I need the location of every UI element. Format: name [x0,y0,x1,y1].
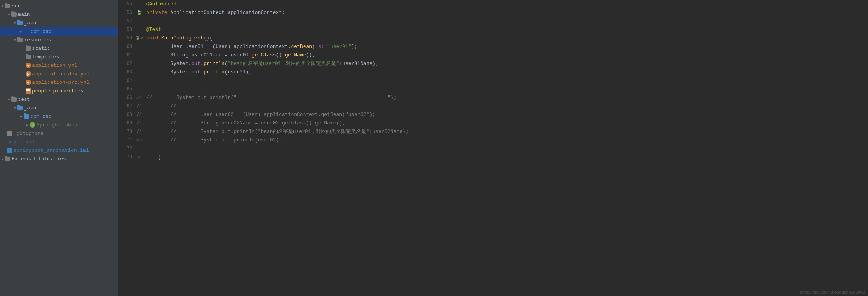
line-content-57 [143,17,868,26]
folder-icon [17,20,23,26]
chevron-right-icon [20,29,23,34]
line-number: 62 [118,60,135,68]
chevron-down-icon [8,97,11,102]
sidebar-item-application-pro-yml[interactable]: y application-pro.yml [0,78,118,87]
chevron-down-icon [14,20,17,26]
gutter-64 [135,77,143,85]
line-content-67: // [143,102,868,111]
sidebar-item-label: .gitignore [14,131,44,136]
gutter-60 [135,43,143,51]
sidebar-item-templates[interactable]: templates [0,53,118,61]
sidebar-item-resources[interactable]: resources [0,36,118,44]
sidebar-item-java[interactable]: java [0,19,118,27]
sidebar-item-label: static [32,46,50,51]
sidebar-item-test[interactable]: test [0,95,118,104]
sidebar-item-com-zsc[interactable]: com.zsc [0,27,118,36]
code-line-64: 64 [118,77,868,85]
code-line-69: 69 // // String user02Name = user02.getC… [118,119,868,128]
svg-rect-2 [26,90,30,91]
line-number: 72 [118,145,135,153]
line-number: 65 [118,85,135,94]
line-content-73: } [143,153,868,162]
chevron-down-icon [8,12,11,17]
code-line-55: 55 @Autowired [118,0,868,9]
line-content-65 [143,85,868,94]
folder-icon [17,37,23,43]
sidebar-item-external-libraries[interactable]: External Libraries [0,155,118,163]
line-content-69: // String user02Name = user02.getClass()… [143,119,868,128]
code-line-58: 58 @Test [118,26,868,34]
sidebar-item-people-properties[interactable]: people.properties [0,87,118,95]
sidebar-item-label: main [18,12,30,17]
line-content-58: @Test [143,26,868,34]
yaml-icon: y [25,62,31,68]
gutter-66: ◇// [135,94,143,102]
line-number: 59 [118,34,135,43]
folder-icon [25,45,31,51]
svg-rect-1 [26,89,30,90]
line-number: 69 [118,119,135,128]
sidebar-item-gitignore[interactable]: .gitignore [0,129,118,138]
chevron-down-icon [14,37,17,43]
code-line-66: 66 ◇// // System.out.println("==========… [118,94,868,102]
chevron-down-icon [20,114,23,119]
line-number: 70 [118,128,135,136]
folder-icon [11,96,17,102]
sidebar-item-label: test [18,97,30,102]
sidebar-item-label: pom.xml [14,139,35,145]
sidebar-item-java-test[interactable]: java [0,104,118,112]
sidebar-item-label: src [12,3,20,9]
folder-icon [11,11,17,17]
gutter-68: // [135,111,143,119]
code-line-73: 73 ◇ } [118,153,868,162]
line-number: 56 [118,9,135,17]
sidebar-item-label: resources [24,37,51,43]
sidebar-item-com-zsc-test[interactable]: com.zsc [0,112,118,121]
line-number: 73 [118,153,135,162]
line-number: 71 [118,136,135,145]
sidebar-item-pom[interactable]: m pom.xml [0,138,118,146]
yaml-icon: y [25,79,31,85]
line-content-55: @Autowired [143,0,868,9]
sidebar-item-src[interactable]: src [0,2,118,10]
sidebar-item-static[interactable]: static [0,44,118,53]
line-content-63: System.out.println(user01); [143,68,868,77]
line-number: 55 [118,0,135,9]
line-content-71: // System.out.println(user02); [143,136,868,145]
sidebar-item-application-dev-yml[interactable]: y application-dev.yml [0,70,118,78]
line-number: 67 [118,102,135,111]
sidebar-item-label: External Libraries [12,156,66,162]
sidebar-item-label: com.zsc [30,29,51,34]
sidebar-item-main[interactable]: main [0,10,118,19]
sidebar-item-label: templates [32,54,59,60]
folder-icon [17,105,23,111]
sidebar-item-application-yml[interactable]: y application.yml [0,61,118,70]
gutter-63 [135,68,143,77]
folder-icon [5,156,11,162]
code-editor[interactable]: 55 @Autowired 56 🍃 private ApplicationCo… [118,0,868,296]
code-line-65: 65 [118,85,868,94]
gutter-61 [135,51,143,60]
pom-icon: m [7,139,13,145]
gutter-58 [135,26,143,34]
sidebar-item-label: java [24,20,36,26]
iml-icon [7,147,13,153]
folder-icon [5,3,11,9]
line-content-64 [143,77,868,85]
gutter-67: // [135,102,143,111]
code-line-70: 70 // // System.out.println("bean的名字是use… [118,128,868,136]
yaml-icon: y [25,71,31,77]
line-number: 63 [118,68,135,77]
code-line-72: 72 [118,145,868,153]
chevron-right-icon [2,156,5,162]
properties-icon [25,88,31,94]
line-number: 60 [118,43,135,51]
sidebar-item-iml[interactable]: springboot_annotation.iml [0,146,118,155]
code-line-57: 57 [118,17,868,26]
folder-icon [23,113,29,119]
sidebar-item-springboot-annot[interactable]: S SpringbootAnnot [0,121,118,129]
code-line-68: 68 // // User user02 = (User) applicatio… [118,111,868,119]
svg-rect-3 [26,92,29,92]
line-number: 64 [118,77,135,85]
sidebar-item-label: application-pro.yml [32,80,89,85]
